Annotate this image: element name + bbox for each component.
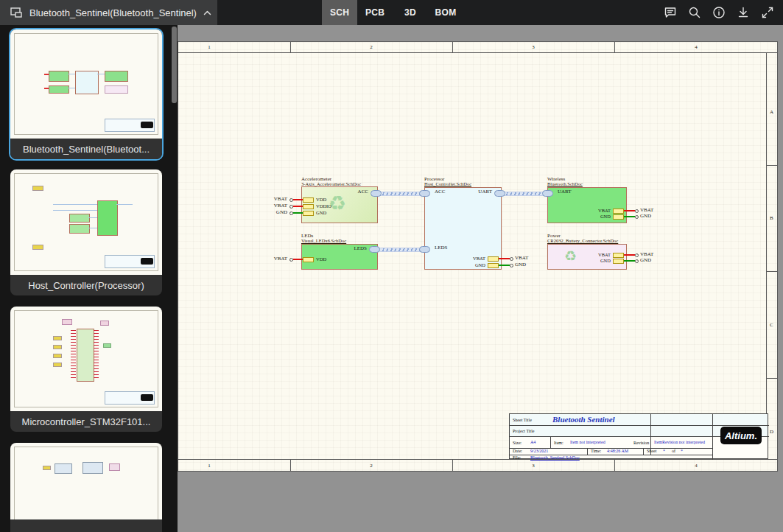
sheet-number: * — [663, 449, 665, 453]
schematic-sheet[interactable]: 1 2 3 4 1 2 3 4 A B C D — [178, 41, 778, 472]
terminal — [635, 215, 639, 219]
ruler-col-label: 4 — [695, 44, 698, 50]
block-processor-doc: Host_Controller.SchDoc — [424, 182, 471, 187]
pin-gnd[interactable] — [613, 259, 624, 264]
port-acc[interactable] — [371, 190, 382, 197]
download-icon — [737, 6, 750, 19]
thumb-art — [109, 463, 120, 471]
port-uart[interactable] — [494, 190, 505, 197]
wire-gnd — [499, 265, 510, 266]
sidebar-item-page-4[interactable] — [10, 443, 162, 532]
thumb-art — [55, 463, 72, 474]
pin-gnd[interactable] — [488, 263, 499, 268]
fullscreen-button[interactable] — [758, 3, 777, 22]
title-block-line — [550, 436, 551, 448]
pin-vbat[interactable] — [613, 209, 624, 214]
thumbnail-label[interactable]: Host_Controller(Processor) — [10, 275, 162, 295]
ruler-divider — [452, 460, 453, 471]
info-icon — [712, 6, 726, 19]
ruler-divider — [767, 378, 777, 379]
pin-vbat[interactable] — [613, 253, 624, 258]
thumb-art — [71, 330, 76, 379]
search-button[interactable] — [685, 3, 704, 22]
port-label-acc: ACC — [344, 189, 368, 195]
port-uart[interactable] — [542, 190, 553, 197]
block-wireless-doc: Bluetooth.SchDoc — [547, 182, 583, 187]
thumb-art — [97, 200, 118, 236]
thumb-art — [43, 466, 51, 470]
pin-vddio[interactable] — [303, 204, 314, 209]
ruler-divider — [290, 460, 291, 471]
document-selector[interactable]: Bluetooth_Sentinel(Bluetooth_Sentinel) — [0, 0, 217, 25]
tab-sch[interactable]: SCH — [322, 0, 357, 25]
comments-button[interactable] — [661, 3, 680, 22]
schematic-canvas[interactable]: 1 2 3 4 1 2 3 4 A B C D — [178, 25, 783, 532]
sidebar-item-microcontroller[interactable]: Microcontroller_STM32F101... — [10, 307, 162, 432]
title-block-line — [643, 448, 644, 455]
view-tabs: SCH PCB 3D BOM — [322, 0, 463, 25]
pin-name: VBAT — [589, 253, 611, 258]
sidebar-scrollbar[interactable] — [172, 27, 177, 103]
net-label: VBAT — [265, 197, 287, 202]
thumb-art — [32, 245, 43, 250]
ruler-bottom: 1 2 3 4 — [178, 459, 777, 471]
pin-vdd[interactable] — [303, 257, 314, 262]
chevron-up-icon[interactable] — [203, 10, 211, 15]
wire-gnd — [624, 260, 635, 262]
size-label: Size: — [513, 441, 522, 445]
wire-gnd — [624, 216, 635, 217]
document-window-icon — [10, 7, 23, 18]
wire-vbat — [293, 206, 303, 207]
port-leds[interactable] — [369, 246, 380, 253]
port-label-leds: LEDS — [435, 245, 448, 251]
thumbnail-label[interactable]: Microcontroller_STM32F101... — [10, 411, 162, 432]
thumbnail-label[interactable] — [10, 519, 162, 532]
file-label: File: — [513, 455, 521, 460]
pin-name: VBAT — [589, 209, 611, 214]
document-title: Bluetooth_Sentinel(Bluetooth_Sentinel) — [29, 7, 197, 18]
pin-name: VDD — [316, 257, 326, 262]
port-label-leds: LEDS — [342, 246, 367, 251]
thumb-art — [94, 330, 99, 379]
thumb-art — [62, 319, 72, 325]
wire-vbat — [499, 258, 510, 259]
sidebar-item-bluetooth-sentinel[interactable]: Bluetooth_Sentinel(Bluetoot... — [9, 28, 164, 161]
thumbnail-preview[interactable] — [10, 443, 162, 519]
tab-pcb[interactable]: PCB — [357, 0, 393, 25]
terminal — [635, 259, 639, 263]
pages-sidebar: Bluetooth_Sentinel(Bluetoot... Host_Cont… — [0, 25, 178, 532]
thumb-art — [141, 122, 153, 128]
bus-acc — [379, 192, 424, 196]
thumbnail-label[interactable]: Bluetooth_Sentinel(Bluetoot... — [10, 139, 162, 159]
thumb-art — [32, 186, 43, 191]
port-label-uart: UART — [558, 189, 572, 195]
pin-vbat[interactable] — [488, 256, 499, 262]
thumb-art — [53, 204, 97, 205]
tab-bom[interactable]: BOM — [428, 0, 463, 25]
port-acc[interactable] — [419, 190, 430, 197]
net-label: VBAT — [265, 203, 287, 209]
thumb-art — [49, 71, 69, 82]
pin-vdd[interactable] — [303, 197, 314, 203]
pin-gnd[interactable] — [303, 211, 314, 216]
port-leds[interactable] — [419, 246, 430, 253]
date-label: Date: — [513, 449, 522, 453]
sidebar-item-host-controller[interactable]: Host_Controller(Processor) — [10, 169, 162, 295]
pin-gnd[interactable] — [613, 214, 624, 220]
thumbnail-preview[interactable] — [10, 307, 162, 411]
ruler-divider — [452, 42, 453, 52]
top-toolbar: Bluetooth_Sentinel(Bluetooth_Sentinel) S… — [0, 0, 783, 25]
thumb-art — [53, 354, 62, 358]
thumb-art — [53, 363, 62, 367]
recycle-icon: ♻ — [564, 249, 577, 263]
ruler-col-label: 2 — [370, 44, 373, 50]
revision-value: ItemRevision not interpreted — [654, 440, 705, 444]
thumbnail-preview[interactable] — [10, 169, 162, 275]
download-button[interactable] — [734, 3, 753, 22]
tab-3d[interactable]: 3D — [393, 0, 428, 25]
ruler-divider — [767, 165, 777, 166]
comment-icon — [664, 6, 677, 19]
info-button[interactable] — [709, 3, 728, 22]
thumbnail-preview[interactable] — [10, 29, 162, 139]
ruler-row-label: D — [770, 429, 773, 435]
